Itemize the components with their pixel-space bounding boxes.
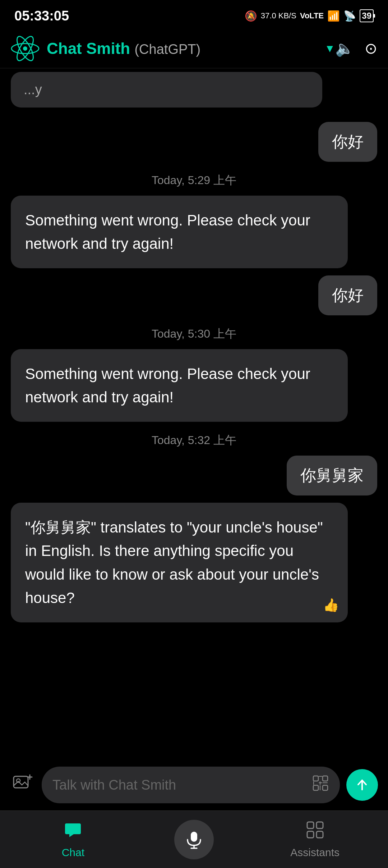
svg-rect-11 — [323, 785, 328, 790]
chat-icon — [64, 821, 82, 844]
bot-message-wrapper-1: Something went wrong. Please check your … — [11, 196, 377, 268]
svg-rect-15 — [320, 785, 320, 790]
svg-rect-13 — [313, 781, 314, 785]
wifi-icon: 📶 — [327, 10, 340, 22]
thumbs-up-button[interactable]: 👍 — [323, 595, 339, 615]
svg-rect-24 — [317, 831, 323, 838]
svg-rect-9 — [323, 776, 328, 781]
bot-message-2: Something went wrong. Please check your … — [11, 349, 348, 422]
network-speed: 37.0 KB/S — [261, 11, 296, 20]
header-title: Chat Smith (ChatGPT) — [47, 40, 322, 58]
signal-icon: 📡 — [343, 10, 356, 22]
assistants-icon — [306, 821, 324, 844]
svg-rect-22 — [317, 822, 323, 828]
volume-button[interactable]: 🔈 — [335, 40, 354, 57]
lte-icon: VoLTE — [300, 11, 324, 20]
user-message-wrapper: 你好 — [11, 122, 377, 162]
bottom-nav: Chat Assistants — [0, 810, 388, 868]
nav-chat[interactable]: Chat — [28, 821, 118, 859]
svg-rect-21 — [307, 822, 314, 828]
timestamp-3: Today, 5:32 上午 — [11, 433, 377, 448]
nav-assistants-label: Assistants — [290, 846, 340, 859]
svg-rect-18 — [191, 832, 197, 842]
partial-prev-message: ...y — [11, 72, 322, 108]
header-actions: 🔈 ⊙ — [335, 40, 377, 57]
status-icons: 🔕 37.0 KB/S VoLTE 📶 📡 39 — [245, 9, 374, 22]
user-message-wrapper-2: 你好 — [11, 275, 377, 315]
bot-message-wrapper-2: Something went wrong. Please check your … — [11, 349, 377, 422]
send-button[interactable] — [346, 769, 378, 801]
scan-button[interactable] — [312, 775, 329, 795]
status-time: 05:33:05 — [14, 8, 69, 24]
user-message-wrapper-3: 你舅舅家 — [11, 456, 377, 495]
svg-rect-4 — [14, 776, 28, 788]
timestamp-2: Today, 5:30 上午 — [11, 326, 377, 342]
timestamp-1: Today, 5:29 上午 — [11, 173, 377, 188]
nav-assistants[interactable]: Assistants — [270, 821, 360, 859]
battery-icon: 39 — [360, 9, 374, 22]
mute-icon: 🔕 — [245, 10, 257, 22]
dropdown-chevron[interactable]: ▼ — [324, 42, 335, 55]
header: Chat Smith (ChatGPT) ▼ 🔈 ⊙ — [0, 29, 388, 68]
svg-rect-8 — [313, 776, 318, 781]
more-button[interactable]: ⊙ — [365, 40, 377, 57]
chat-container: ...y 你好 Today, 5:29 上午 Something went wr… — [0, 68, 388, 751]
bot-message-wrapper-3: "你舅舅家" translates to "your uncle's house… — [11, 503, 377, 622]
user-message-3: 你舅舅家 — [287, 456, 377, 495]
bot-message-3: "你舅舅家" translates to "your uncle's house… — [11, 503, 348, 622]
svg-rect-12 — [319, 776, 322, 777]
input-area — [0, 759, 388, 810]
app-logo — [11, 34, 40, 63]
user-message-2: 你好 — [318, 275, 377, 315]
nav-mic-button[interactable] — [174, 820, 214, 859]
svg-rect-14 — [323, 782, 328, 783]
input-field-wrapper[interactable] — [42, 767, 340, 803]
svg-rect-17 — [320, 781, 320, 785]
svg-rect-10 — [313, 785, 318, 790]
user-message: 你好 — [318, 122, 377, 162]
media-button[interactable] — [10, 772, 35, 798]
chat-input[interactable] — [52, 777, 305, 793]
bot-message-1: Something went wrong. Please check your … — [11, 196, 348, 268]
svg-rect-23 — [307, 831, 314, 838]
nav-chat-label: Chat — [62, 846, 84, 859]
svg-point-3 — [23, 46, 27, 51]
status-bar: 05:33:05 🔕 37.0 KB/S VoLTE 📶 📡 39 — [0, 0, 388, 29]
